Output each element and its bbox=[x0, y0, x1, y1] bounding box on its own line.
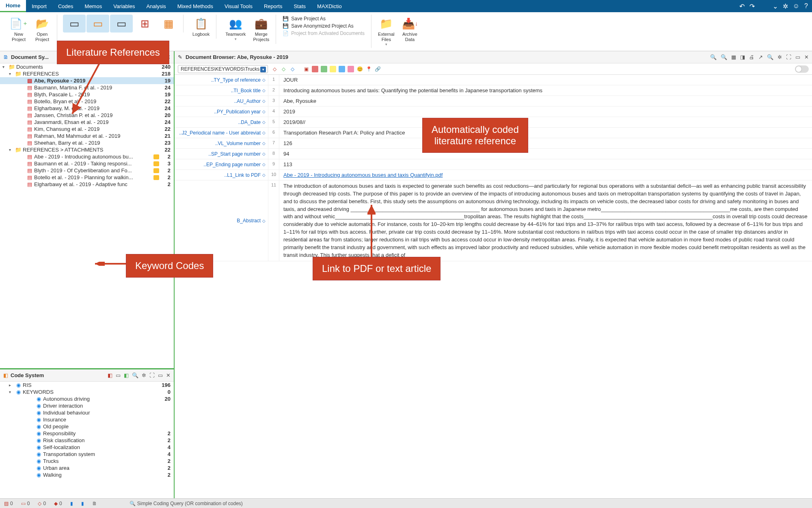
code-keyword-item[interactable]: ◉Transportation system4 bbox=[0, 451, 174, 458]
close-icon[interactable]: ✕ bbox=[804, 54, 809, 60]
export-icon[interactable]: ↗ bbox=[758, 54, 763, 60]
chevron-down-icon[interactable]: ▾ bbox=[9, 72, 15, 76]
search-icon[interactable]: 🔍 bbox=[767, 54, 773, 60]
highlight-blue-icon[interactable] bbox=[339, 66, 345, 72]
code-tool-icon[interactable]: ◇ bbox=[280, 66, 287, 72]
code-keyword-item[interactable]: ◉Driver interaction bbox=[0, 402, 174, 409]
window-4-button[interactable]: ⊞ bbox=[134, 15, 156, 33]
window-5-button[interactable]: ▦ bbox=[157, 15, 180, 33]
gear-icon[interactable]: ✲ bbox=[783, 2, 788, 10]
menu-tab-codes[interactable]: Codes bbox=[52, 0, 79, 12]
open-project-button[interactable]: 📂 Open Project bbox=[31, 15, 54, 44]
chevron-down-icon[interactable]: ▾ bbox=[9, 148, 15, 152]
highlight-green-icon[interactable] bbox=[321, 66, 327, 72]
redo-icon[interactable]: ↷ bbox=[749, 2, 755, 10]
window-1-button[interactable]: ▭ bbox=[63, 15, 86, 33]
tree-attachment-item[interactable]: ▤Botello et al. - 2019 - Planning for wa… bbox=[0, 174, 174, 181]
merge-projects-button[interactable]: 💼 Merge Projects bbox=[250, 15, 272, 44]
minimize-icon[interactable]: ▭ bbox=[795, 54, 800, 60]
tree-reference-item[interactable]: ▤Rahman, Md Mahmudur et al. - 201921 bbox=[0, 132, 174, 139]
tree-reference-item[interactable]: ▤Sheehan, Barry et al. - 201923 bbox=[0, 139, 174, 146]
menu-tab-maxdictio[interactable]: MAXDictio bbox=[311, 0, 348, 12]
zoom-out-icon[interactable]: 🔍 bbox=[710, 54, 717, 60]
code-keyword-item[interactable]: ◉Risk classification2 bbox=[0, 437, 174, 444]
menu-tab-analysis[interactable]: Analysis bbox=[140, 0, 171, 12]
minimize-icon[interactable]: ▭ bbox=[158, 372, 163, 378]
code-ris[interactable]: ▸ ◉ RIS 196 bbox=[0, 382, 174, 389]
tree-folder-references[interactable]: ▾ 📁 REFERENCES 218 bbox=[0, 70, 174, 77]
tree-reference-item[interactable]: ▤Baumann, Martina F. et al. - 201924 bbox=[0, 84, 174, 91]
logbook-button[interactable]: 📋 Logbook bbox=[189, 15, 213, 39]
smile-icon[interactable]: ☺ bbox=[793, 2, 799, 10]
code-keyword-item[interactable]: ◉Urban area2 bbox=[0, 465, 174, 471]
tree-root[interactable]: ▾ 📁 Documents 240 bbox=[0, 63, 174, 70]
search-icon[interactable]: 🔍 bbox=[132, 372, 138, 378]
menu-tab-mixed[interactable]: Mixed Methods bbox=[172, 0, 219, 12]
tree-reference-item[interactable]: ▤Botello, Bryan et al. - 201922 bbox=[0, 98, 174, 105]
code-keywords-folder[interactable]: ▾ ◉ KEYWORDS 0 bbox=[0, 389, 174, 395]
tree-reference-item[interactable]: ▤Abe, Ryosuke - 201919 bbox=[0, 77, 174, 84]
link-icon[interactable]: 🔗 bbox=[374, 66, 381, 72]
print-icon[interactable]: 🖨 bbox=[749, 54, 754, 60]
edit-icon[interactable]: ✎ bbox=[178, 54, 182, 60]
code-keyword-item[interactable]: ◉Self-localization4 bbox=[0, 444, 174, 451]
tree-attachment-item[interactable]: ▤Blyth - 2019 - Of Cyberliberation and F… bbox=[0, 167, 174, 174]
window-3-button[interactable]: ▭ bbox=[110, 15, 133, 33]
menu-tab-home[interactable]: Home bbox=[0, 0, 26, 12]
code-path-select[interactable]: REFERENCES\KEYWORDS\Trucks ▾ bbox=[178, 65, 268, 73]
code-keyword-item[interactable]: ◉Insurance bbox=[0, 416, 174, 423]
action-icon[interactable]: ◧ bbox=[124, 372, 129, 378]
gear-icon[interactable]: ✲ bbox=[777, 54, 782, 60]
menu-tab-variables[interactable]: Variables bbox=[108, 0, 140, 12]
gear-icon[interactable]: ✲ bbox=[142, 372, 146, 378]
tree-attachment-item[interactable]: ▤Abe - 2019 - Introducing autonomous bu.… bbox=[0, 153, 174, 160]
code-keyword-item[interactable]: ◉Trucks2 bbox=[0, 458, 174, 465]
chevron-down-icon[interactable]: ▾ bbox=[9, 390, 15, 394]
new-project-button[interactable]: 📄＋ New Project bbox=[7, 15, 30, 44]
tree-reference-item[interactable]: ▤Blyth, Pascale L. - 201919 bbox=[0, 91, 174, 98]
tree-reference-item[interactable]: ▤Janssen, Christian P. et al. - 201920 bbox=[0, 112, 174, 119]
pdf-link[interactable]: Abe - 2019 - Introducing autonomous buse… bbox=[283, 172, 443, 178]
emoji-icon[interactable]: 😊 bbox=[356, 66, 363, 72]
maximize-icon[interactable]: ⛶ bbox=[786, 54, 791, 60]
code-tool-icon[interactable]: ◇ bbox=[271, 66, 278, 72]
highlight-yellow-icon[interactable] bbox=[330, 66, 336, 72]
chevron-down-icon[interactable]: ▾ bbox=[2, 65, 8, 69]
document-tree[interactable]: ▾ 📁 Documents 240 ▾ 📁 REFERENCES 218 ▤Ab… bbox=[0, 63, 174, 368]
action-icon[interactable]: ▭ bbox=[116, 372, 121, 378]
code-tool-icon[interactable]: ▣ bbox=[303, 66, 309, 72]
code-keyword-item[interactable]: ◉Autonomous driving20 bbox=[0, 395, 174, 402]
menu-tab-import[interactable]: Import bbox=[26, 0, 52, 12]
action-icon[interactable]: ▦ bbox=[731, 54, 736, 60]
code-keyword-item[interactable]: ◉Walking2 bbox=[0, 471, 174, 478]
external-files-button[interactable]: 📁 External Files ▾ bbox=[375, 15, 397, 48]
code-keyword-item[interactable]: ◉Individual behaviour bbox=[0, 409, 174, 416]
menu-tab-visual[interactable]: Visual Tools bbox=[219, 0, 258, 12]
action-icon[interactable]: ◨ bbox=[740, 54, 745, 60]
menu-tab-memos[interactable]: Memos bbox=[79, 0, 108, 12]
archive-data-button[interactable]: 📥↓ Archive Data bbox=[398, 15, 421, 48]
undo-icon[interactable]: ↶ bbox=[739, 2, 745, 10]
pin-icon[interactable]: 📍 bbox=[365, 66, 372, 72]
window-2-button[interactable]: ▭ bbox=[86, 15, 109, 33]
maximize-icon[interactable]: ⛶ bbox=[149, 372, 155, 378]
toggle-switch[interactable] bbox=[795, 65, 809, 73]
chevron-right-icon[interactable]: ▸ bbox=[9, 383, 15, 387]
save-project-as[interactable]: 💾Save Project As bbox=[283, 15, 365, 22]
teamwork-button[interactable]: 👥 Teamwork ▾ bbox=[222, 15, 249, 44]
highlight-red-icon[interactable] bbox=[312, 66, 318, 72]
action-icon[interactable]: ◧ bbox=[108, 372, 112, 378]
tree-attachment-item[interactable]: ▤Baumann et al. - 2019 - Taking responsi… bbox=[0, 160, 174, 167]
tree-folder-attachments[interactable]: ▾ 📁 REFERENCES > ATTACHMENTS 22 bbox=[0, 146, 174, 153]
tree-attachment-item[interactable]: ▤Elgharbawy et al. - 2019 - Adaptive fun… bbox=[0, 181, 174, 188]
highlight-pink-icon[interactable] bbox=[348, 66, 354, 72]
chevron-down-icon[interactable]: ⌄ bbox=[773, 2, 778, 10]
help-icon[interactable]: ? bbox=[804, 2, 808, 10]
menu-tab-stats[interactable]: Stats bbox=[288, 0, 311, 12]
zoom-in-icon[interactable]: 🔍 bbox=[721, 54, 727, 60]
save-anon-project-as[interactable]: 💾Save Anonymized Project As bbox=[283, 23, 365, 29]
tree-reference-item[interactable]: ▤Kim, Chansung et al. - 201922 bbox=[0, 126, 174, 132]
code-tool-icon[interactable]: ◇ bbox=[289, 66, 296, 72]
close-icon[interactable]: ✕ bbox=[166, 372, 171, 378]
code-keyword-item[interactable]: ◉Old people bbox=[0, 423, 174, 430]
